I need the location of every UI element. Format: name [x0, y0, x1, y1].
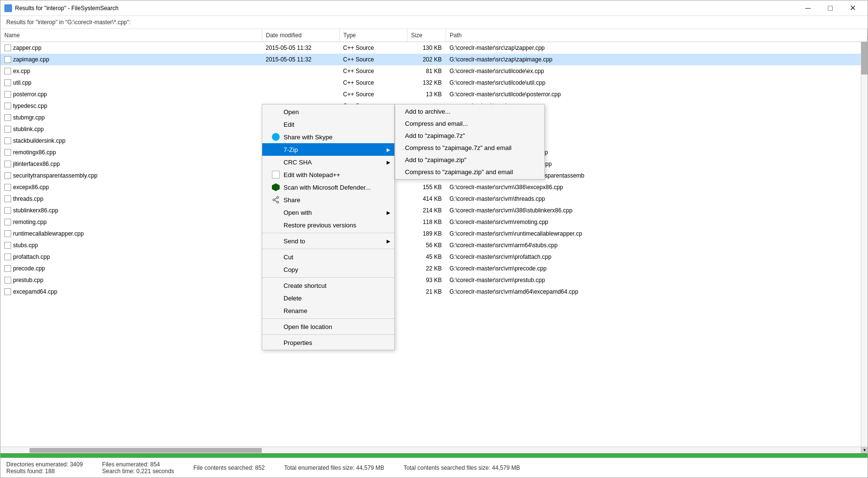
file-name: stublinkerx86.cpp	[0, 205, 262, 216]
col-header-date[interactable]: Date modified	[262, 29, 339, 42]
ctx-cut[interactable]: Cut	[262, 251, 394, 263]
file-icon	[4, 265, 11, 272]
table-row[interactable]: zapimage.cpp2015-05-05 11:32C++ Source20…	[0, 54, 868, 65]
file-path: G:\coreclr-master\src\vm\arm64\stubs.cpp	[446, 239, 868, 251]
file-rows-scroll[interactable]: zapper.cpp2015-05-05 11:32C++ Source130 …	[0, 42, 868, 342]
file-icon	[4, 56, 11, 63]
restore-icon	[272, 221, 280, 229]
sub-compress-zip-email[interactable]: Compress to "zapimage.zip" and email	[395, 166, 544, 178]
file-type: C++ Source	[339, 77, 407, 89]
table-row[interactable]: stubs.cppC++ Source56 KBG:\coreclr-maste…	[0, 239, 868, 251]
ctx-7zip[interactable]: 7-Zip	[262, 143, 394, 156]
minimize-button[interactable]: ─	[797, 0, 819, 16]
ctx-restore[interactable]: Restore previous versions	[262, 219, 394, 231]
table-row[interactable]: profattach.cppC++ Source45 KBG:\coreclr-…	[0, 251, 868, 263]
ctx-crc-sha[interactable]: CRC SHA	[262, 156, 394, 168]
ctx-open[interactable]: Open	[262, 105, 394, 118]
file-path: G:\coreclr-master\src\vm\amd64\excepamd6…	[446, 286, 868, 298]
status-results-found: Results found: 188	[6, 468, 83, 475]
file-name: threads.cpp	[0, 193, 262, 205]
ctx-rename-label: Rename	[284, 307, 307, 314]
file-size: 414 KB	[407, 193, 446, 205]
col-header-size[interactable]: Size	[407, 29, 446, 42]
file-size: 118 KB	[407, 216, 446, 228]
col-header-type[interactable]: Type	[339, 29, 407, 42]
file-path: G:\coreclr-master\src\vm\profattach.cpp	[446, 251, 868, 263]
file-date	[262, 77, 339, 89]
vertical-scrollbar[interactable]: ▲ ▼	[861, 29, 868, 453]
ctx-scan-defender[interactable]: Scan with Microsoft Defender...	[262, 181, 394, 194]
ctx-copy[interactable]: Copy	[262, 263, 394, 276]
file-path: G:\coreclr-master\src\zap\zapper.cpp	[446, 42, 868, 54]
ctx-open-with[interactable]: Open with	[262, 206, 394, 219]
status-total-enum-size: Total enumerated files size: 44,579 MB	[284, 464, 384, 471]
progress-bar	[0, 454, 868, 458]
sub-add-zip[interactable]: Add to "zapimage.zip"	[395, 154, 544, 166]
ctx-share[interactable]: Share	[262, 194, 394, 206]
col-header-name[interactable]: Name	[0, 29, 262, 42]
status-search-time: Search time: 0,221 seconds	[102, 468, 174, 475]
table-row[interactable]: excepamd64.cpp2015-05-05 11:32C++ Source…	[0, 286, 868, 298]
sub-compress-7z-email[interactable]: Compress to "zapimage.7z" and email	[395, 142, 544, 154]
svg-point-1	[273, 199, 275, 201]
share-icon	[272, 196, 280, 204]
file-size: 130 KB	[407, 42, 446, 54]
file-size: 93 KB	[407, 274, 446, 286]
ctx-copy-label: Copy	[284, 266, 298, 273]
svg-point-2	[277, 201, 279, 203]
file-icon	[4, 114, 11, 121]
table-row[interactable]: prestub.cppC++ Source93 KBG:\coreclr-mas…	[0, 274, 868, 286]
close-button[interactable]: ✕	[841, 0, 864, 16]
table-row[interactable]: remoting.cppC++ Source118 KBG:\coreclr-m…	[0, 216, 868, 228]
table-row[interactable]: precode.cppC++ Source22 KBG:\coreclr-mas…	[0, 263, 868, 274]
statusbar: Directories enumerated: 3409 Results fou…	[0, 453, 868, 478]
file-name: excepx86.cpp	[0, 181, 262, 193]
file-path: G:\coreclr-master\src\vm\remoting.cpp	[446, 216, 868, 228]
file-icon	[4, 149, 11, 156]
sub-compress-email[interactable]: Compress and email...	[395, 118, 544, 130]
table-row[interactable]: threads.cppC++ Source414 KBG:\coreclr-ma…	[0, 193, 868, 205]
status-total-contents-size: Total contents searched files size: 44,5…	[404, 464, 520, 471]
file-type: C++ Source	[339, 42, 407, 54]
ctx-create-shortcut[interactable]: Create shortcut	[262, 279, 394, 292]
file-size: 132 KB	[407, 77, 446, 89]
table-row[interactable]: zapper.cpp2015-05-05 11:32C++ Source130 …	[0, 42, 868, 54]
ctx-edit[interactable]: Edit	[262, 118, 394, 131]
open-icon	[272, 108, 280, 116]
file-name: util.cpp	[0, 77, 262, 89]
status-files-enum: Files enumerated: 854	[102, 461, 174, 468]
table-row[interactable]: stublinkerx86.cppC++ Source214 KBG:\core…	[0, 205, 868, 216]
table-row[interactable]: runtimecallablewrapper.cppC++ Source189 …	[0, 228, 868, 239]
file-name: profattach.cpp	[0, 251, 262, 263]
table-row[interactable]: excepx86.cppC++ Source155 KBG:\coreclr-m…	[0, 181, 868, 193]
ctx-edit-notepad[interactable]: Edit with Notepad++	[262, 168, 394, 181]
horizontal-scrollbar[interactable]	[0, 447, 868, 453]
ctx-rename[interactable]: Rename	[262, 304, 394, 317]
ctx-delete[interactable]: Delete	[262, 292, 394, 304]
file-name: stubs.cpp	[0, 239, 262, 251]
ctx-share-label: Share	[284, 196, 300, 204]
context-menu: Open Edit Share with Skype 7-Zip CRC SHA…	[262, 104, 395, 350]
file-size: 45 KB	[407, 251, 446, 263]
ctx-open-file-location[interactable]: Open file location	[262, 320, 394, 333]
file-name: excepamd64.cpp	[0, 286, 262, 298]
maximize-button[interactable]: □	[819, 0, 841, 16]
rename-icon	[272, 307, 280, 314]
table-row[interactable]: util.cppC++ Source132 KBG:\coreclr-maste…	[0, 77, 868, 89]
hscroll-thumb[interactable]	[30, 448, 262, 453]
file-icon	[4, 195, 11, 202]
ctx-share-skype[interactable]: Share with Skype	[262, 131, 394, 143]
table-row[interactable]: ex.cppC++ Source81 KBG:\coreclr-master\s…	[0, 65, 868, 77]
file-date: 2015-05-05 11:32	[262, 42, 339, 54]
ctx-send-to[interactable]: Send to	[262, 235, 394, 247]
shortcut-icon	[272, 282, 280, 289]
table-row[interactable]: posterror.cppC++ Source13 KBG:\coreclr-m…	[0, 89, 868, 100]
sub-add-7z[interactable]: Add to "zapimage.7z"	[395, 130, 544, 142]
scroll-down-btn[interactable]: ▼	[861, 447, 868, 453]
status-contents: File contents searched: 852	[194, 464, 265, 471]
sub-add-archive[interactable]: Add to archive...	[395, 105, 544, 118]
file-table-container: Name Date modified Type Size Path	[0, 29, 868, 447]
col-header-path[interactable]: Path	[446, 29, 868, 42]
ctx-defender-label: Scan with Microsoft Defender...	[284, 184, 371, 191]
ctx-properties[interactable]: Properties	[262, 336, 394, 349]
